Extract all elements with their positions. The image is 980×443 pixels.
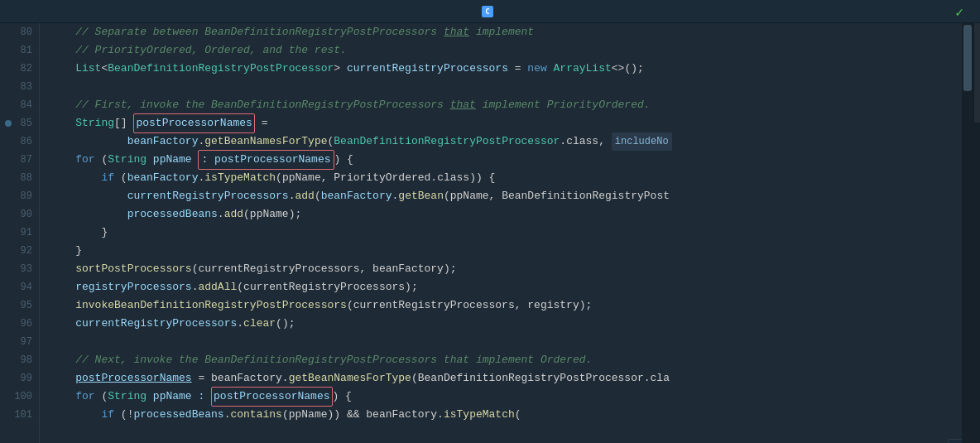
- code-token: implement PriorityOrdered.: [476, 96, 651, 114]
- code-token: currentRegistryProcessors: [347, 60, 508, 78]
- line-number: 83: [0, 78, 39, 96]
- code-token: add: [224, 205, 243, 224]
- code-line: // First, invoke the BeanDefinitionRegis…: [40, 96, 962, 114]
- title-bar: C ✓: [0, 0, 980, 23]
- code-token: // Next, invoke the BeanDefinitionRegist…: [50, 351, 592, 369]
- code-token: <: [101, 60, 108, 78]
- code-token: beanFactory: [127, 132, 199, 151]
- code-token: // PriorityOrdered, Ordered, and the res…: [50, 41, 347, 60]
- code-token: [50, 151, 75, 169]
- minimap[interactable]: [973, 23, 980, 443]
- code-token: [50, 388, 75, 406]
- code-line: for (String ppName : postProcessorNames)…: [40, 388, 962, 406]
- code-token: currentRegistryProcessors: [75, 315, 237, 333]
- code-token: (: [114, 169, 127, 187]
- code-token: [50, 187, 127, 205]
- editor-body: 8081828384858687888990919293949596979899…: [0, 23, 980, 443]
- tab-title[interactable]: C: [482, 6, 498, 17]
- code-line: // Next, invoke the BeanDefinitionRegist…: [40, 351, 962, 369]
- code-token: [50, 315, 75, 333]
- code-line: beanFactory.getBeanNamesForType(BeanDefi…: [40, 132, 962, 151]
- code-token: .: [392, 187, 399, 205]
- code-token: processedBeans: [127, 205, 218, 224]
- code-token: clear: [243, 315, 276, 333]
- code-token: [50, 369, 75, 388]
- line-number: 84: [0, 96, 39, 114]
- code-token: [50, 169, 101, 187]
- code-token: =: [255, 114, 268, 132]
- code-token: (ppName)) && beanFactory.: [282, 406, 444, 424]
- code-token: [50, 296, 75, 315]
- line-number: 85: [0, 114, 39, 132]
- code-token: (currentRegistryProcessors);: [237, 278, 417, 296]
- code-token: invokeBeanDefinitionRegistryPostProcesso…: [75, 296, 347, 315]
- code-token: [50, 406, 101, 424]
- scrollbar[interactable]: [962, 23, 973, 443]
- code-line: // Separate between BeanDefinitionRegist…: [40, 23, 962, 41]
- code-token: BeanDefinitionRegistryPostProcessor: [334, 132, 560, 151]
- code-token: // First, invoke the BeanDefinitionRegis…: [50, 96, 450, 114]
- code-token: addAll: [198, 278, 237, 296]
- code-token: .: [198, 169, 204, 187]
- code-token: (currentRegistryProcessors, registry);: [347, 296, 592, 315]
- code-line: postProcessorNames = beanFactory.getBean…: [40, 369, 962, 388]
- minimap-indicator: [974, 23, 980, 123]
- code-token: .: [192, 278, 199, 296]
- code-token: postProcessorNames: [75, 369, 191, 388]
- line-number: 88: [0, 169, 39, 187]
- code-token: : postProcessorNames: [198, 150, 334, 170]
- code-line: String[] postProcessorNames =: [40, 114, 962, 132]
- line-number: 81: [0, 41, 39, 60]
- code-token: if: [101, 406, 114, 424]
- code-token: .class,: [560, 132, 611, 151]
- line-number: 92: [0, 242, 39, 260]
- code-token: BeanDefinitionRegistryPostProcessor: [108, 60, 334, 78]
- code-token: [50, 60, 75, 78]
- code-line: if (beanFactory.isTypeMatch(ppName, Prio…: [40, 169, 962, 187]
- line-number: 90: [0, 205, 39, 224]
- code-line: processedBeans.add(ppName);: [40, 205, 962, 224]
- code-token: beanFactory: [321, 187, 392, 205]
- code-token: contains: [230, 406, 281, 424]
- code-line: sortPostProcessors(currentRegistryProces…: [40, 260, 962, 278]
- code-token: .: [218, 205, 224, 224]
- code-token: (: [315, 187, 321, 205]
- line-number: 98: [0, 351, 39, 369]
- code-line: registryProcessors.addAll(currentRegistr…: [40, 278, 962, 296]
- code-token: ArrayList: [547, 60, 612, 78]
- code-token: .: [224, 406, 231, 424]
- line-number: 100: [0, 388, 39, 406]
- code-line: currentRegistryProcessors.add(beanFactor…: [40, 187, 962, 205]
- code-token: (ppName, BeanDefinitionRegistryPost: [444, 187, 670, 205]
- code-token: (currentRegistryProcessors, beanFactory)…: [192, 260, 457, 278]
- code-token: getBeanNamesForType: [289, 369, 411, 388]
- code-token: postProcessorNames: [211, 387, 332, 407]
- scrollbar-thumb[interactable]: [963, 25, 972, 91]
- line-numbers: 8081828384858687888990919293949596979899…: [0, 23, 40, 443]
- code-token: }: [50, 242, 82, 260]
- code-token: getBean: [398, 187, 444, 205]
- code-token: that: [450, 96, 476, 114]
- line-number: 82: [0, 60, 39, 78]
- code-token: (: [515, 406, 521, 424]
- file-icon: C: [482, 6, 493, 17]
- code-token: ) {: [333, 388, 352, 406]
- code-token: (: [328, 132, 334, 151]
- code-token: ppName: [147, 151, 198, 169]
- code-token: for: [75, 151, 94, 169]
- code-token: =: [508, 60, 527, 78]
- line-number: 101: [0, 406, 39, 424]
- code-token: [50, 132, 127, 151]
- code-token: if: [101, 169, 114, 187]
- code-token: }: [50, 224, 108, 242]
- code-token: new: [527, 60, 546, 78]
- line-number: 89: [0, 187, 39, 205]
- code-token: (!: [114, 406, 133, 424]
- code-token: [50, 114, 75, 132]
- code-token: implement: [469, 23, 534, 41]
- code-area[interactable]: // Separate between BeanDefinitionRegist…: [40, 23, 962, 443]
- code-line: List<BeanDefinitionRegistryPostProcessor…: [40, 60, 962, 78]
- code-token: [50, 278, 75, 296]
- code-line: for (String ppName : postProcessorNames)…: [40, 151, 962, 169]
- code-token: sortPostProcessors: [75, 260, 191, 278]
